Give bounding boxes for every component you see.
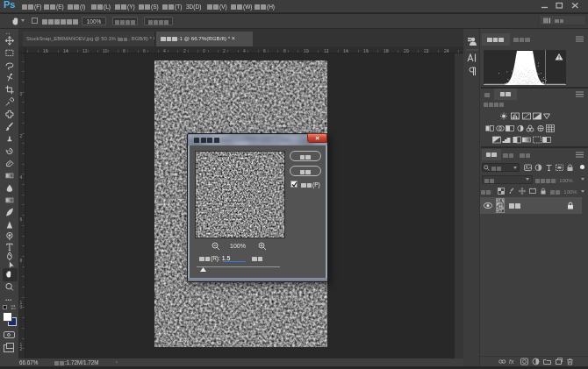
- svg-text:fx: fx: [509, 358, 514, 365]
